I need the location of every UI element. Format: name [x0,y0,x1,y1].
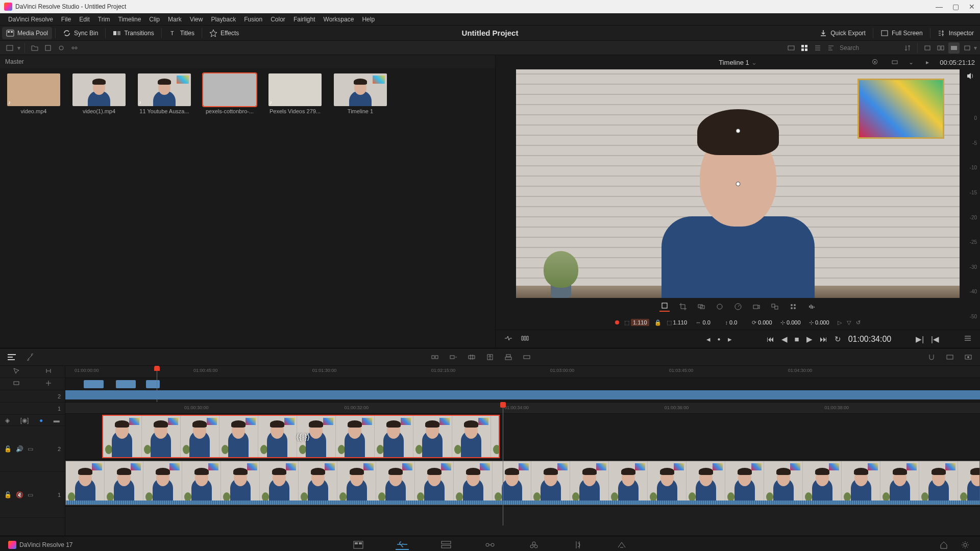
flip-v-icon[interactable]: ▽ [847,319,851,326]
transform-handle[interactable] [736,129,740,133]
smart-insert-icon[interactable] [429,352,440,363]
overview-clip[interactable] [116,380,136,388]
rotation-value[interactable]: 0.000 [758,319,775,325]
menu-color[interactable]: Color [266,16,289,23]
flag-icon[interactable] [963,352,974,363]
loop-button[interactable]: ⌄ [905,57,917,68]
stop-button[interactable]: ■ [795,335,799,343]
sort-button[interactable] [902,42,913,54]
audio-sync-icon[interactable]: [◉] [20,417,29,424]
maximize-button[interactable]: ▢ [951,3,960,11]
inspector-button[interactable]: Inspector [934,27,978,39]
stabilize-icon[interactable] [715,302,725,312]
viewer-single-button[interactable] [922,42,933,54]
list-view-button[interactable] [812,42,823,54]
trim-tool-icon[interactable] [45,367,52,376]
track-header-mini-2[interactable]: 2 [0,390,65,403]
edit-page-icon[interactable] [439,540,453,550]
anchor-x-value[interactable]: 0.000 [787,319,804,325]
lock-icon[interactable]: 🔒 [654,319,662,326]
jump-back-button[interactable]: |◀ [931,335,939,344]
clip-item[interactable]: video(1).mp4 [72,73,126,114]
zoom-x-value[interactable]: 1.110 [631,319,649,326]
video-track-1[interactable] [65,460,980,507]
titles-tab[interactable]: T Titles [165,27,199,39]
place-on-top-icon[interactable] [503,352,514,363]
menu-clip[interactable]: Clip [145,16,164,23]
overview-clip[interactable] [146,380,160,388]
viewer-dual-button[interactable] [935,42,946,54]
settings-icon[interactable] [959,540,972,550]
dynamic-zoom-icon[interactable] [696,302,706,312]
viewer-cinema-button[interactable] [948,42,960,54]
viewer-timecode[interactable]: 00:05:21:12 [940,59,975,66]
play-button[interactable]: ▶ [806,335,813,344]
video-sync-icon[interactable]: ● [39,417,43,424]
clip-thumbnail[interactable]: ♪ [268,73,322,106]
color-icon[interactable] [788,302,798,312]
clip-item[interactable]: Timeline 1 [334,73,387,114]
next-frame-button[interactable]: ⏭ [820,335,827,343]
selection-tool-icon[interactable] [13,367,20,376]
search-input[interactable] [840,44,901,52]
overview-clip[interactable] [65,390,980,399]
next-edit-icon[interactable]: ▸ [728,335,732,344]
composite-icon[interactable] [770,302,780,312]
clip-thumbnail[interactable] [334,73,387,106]
tool-a-icon[interactable] [13,380,20,388]
dropdown-icon[interactable]: ▾ [17,44,20,52]
first-frame-button[interactable]: ⏮ [767,335,774,343]
append-icon[interactable] [448,352,459,363]
prev-edit-icon[interactable]: ◂ [706,335,710,344]
flip-h-icon[interactable]: ▷ [838,319,842,326]
source-overwrite-icon[interactable] [521,352,532,363]
full-screen-button[interactable]: Full Screen [876,27,927,39]
sync-lock-icon[interactable]: ◈ [5,417,10,424]
minimize-button[interactable]: — [935,3,943,11]
menu-davinci-resolve[interactable]: DaVinci Resolve [4,16,57,23]
timeline-options-icon[interactable] [964,334,972,344]
fast-review-icon[interactable] [520,334,529,344]
quick-export-button[interactable]: Quick Export [815,27,870,39]
home-icon[interactable] [937,540,950,550]
clip-item[interactable]: ♪11 Youtube Ausza... [138,73,191,114]
refresh-button[interactable] [56,42,67,54]
close-up-icon[interactable] [484,352,496,363]
lock-icon[interactable]: 🔓 [4,445,12,453]
audio-tool-icon[interactable] [806,302,817,312]
zoom-y-value[interactable]: 1.110 [673,319,691,325]
close-button[interactable]: ✕ [968,3,976,11]
menu-playback[interactable]: Playback [207,16,240,23]
marker-icon[interactable] [944,352,955,363]
track-header-v2[interactable]: 🔓 🔊 ▭ 2 [0,426,65,472]
menu-fusion[interactable]: Fusion [240,16,266,23]
viewer-canvas[interactable] [516,69,960,298]
mute-icon[interactable]: 🔇 [16,491,23,498]
color-page-icon[interactable] [527,540,541,550]
thumbnail-view-button[interactable] [799,42,810,54]
track-view-icon[interactable]: ▬ [54,417,60,424]
transitions-tab[interactable]: Transitions [109,27,158,39]
overview-clip[interactable] [84,380,104,388]
transform-tool-icon[interactable] [659,302,670,312]
keyframe-dot-icon[interactable] [615,320,619,324]
effects-tab[interactable]: Effects [205,27,243,39]
prev-frame-button[interactable]: ◀ [781,335,788,344]
menu-help[interactable]: Help [358,16,379,23]
timeline-selector[interactable]: Timeline 1⌄ [719,59,756,66]
fairlight-page-icon[interactable] [571,540,584,550]
dropdown-icon[interactable]: ▾ [974,44,977,52]
clip-item[interactable]: pexels-cottonbro-... [203,73,256,114]
track-header-v1[interactable]: 🔓 🔇 ▭ 1 [0,472,65,518]
pos-y-value[interactable]: 0.0 [729,319,747,325]
anchor-y-value[interactable]: 0.000 [815,319,832,325]
menu-edit[interactable]: Edit [75,16,94,23]
media-pool-tab[interactable]: Media Pool [2,27,52,39]
menu-view[interactable]: View [186,16,207,23]
loop-button[interactable]: ↻ [835,335,841,344]
menu-workspace[interactable]: Workspace [320,16,358,23]
media-page-icon[interactable] [352,540,365,550]
menu-mark[interactable]: Mark [164,16,186,23]
timeline-ruler-overview[interactable]: 01:00:00:0001:00:45:0001:01:30:0001:02:1… [65,366,980,378]
speed-icon[interactable] [733,302,743,312]
